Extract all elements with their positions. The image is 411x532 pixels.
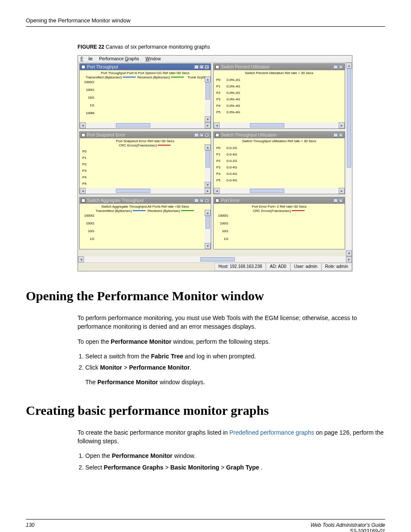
footer-rule	[26, 519, 385, 520]
list-item: P30.0%-4G	[216, 97, 248, 101]
panel-title-bar[interactable]: Port Error _ ▢	[214, 197, 345, 204]
canvas-scrollbar-h[interactable]: ◂ ▸	[78, 256, 352, 262]
scroll-right-icon[interactable]: ▸	[339, 188, 345, 194]
panel-scrollbar-h[interactable]: ◂ ▸	[80, 122, 211, 128]
ytick: 10G	[81, 96, 94, 100]
maximize-icon[interactable]: ▢	[199, 65, 204, 69]
footer-right: Web Tools Administrator's Guide 53-10031…	[311, 522, 385, 532]
chart-body: ▴ ▾ Port Throughput Port=0 Port Speed=2G…	[80, 70, 211, 122]
steps-list: Select a switch from the Fabric Tree and…	[85, 352, 385, 372]
list-item: P4	[82, 175, 93, 179]
scroll-up-icon[interactable]: ▴	[205, 76, 211, 82]
window-icon	[81, 199, 85, 202]
panel-scrollbar-h[interactable]: ◂ ▸	[80, 188, 211, 194]
scroll-left-icon[interactable]: ◂	[214, 188, 220, 194]
close-icon[interactable]: ✕	[205, 199, 209, 202]
maximize-icon[interactable]: ▢	[339, 199, 343, 202]
list-item: Select Performance Graphs > Basic Monito…	[85, 463, 385, 472]
panel-title-bar[interactable]: Switch Percent Utilization _ ▢	[214, 64, 345, 70]
list-item: P20.0-2G	[216, 159, 248, 163]
legend-tx: Transmitted (Bytes/sec)	[86, 75, 122, 79]
panel-port-error: Port Error _ ▢ Port Error Port= 2 Ref ra…	[213, 197, 345, 249]
scroll-down-icon[interactable]: ▾	[205, 116, 211, 122]
panel-scrollbar-v[interactable]: ▴ ▾	[205, 144, 211, 188]
scroll-right-icon[interactable]: ▸	[346, 256, 352, 262]
chart-body: Switch Percent Utilization Ref rate = 30…	[214, 70, 345, 122]
panel-port-throughput: Port Throughput _ ▢ ✕ ▴ ▾ Port Throughpu…	[79, 63, 211, 129]
list-item: P00.0-2G	[216, 146, 248, 150]
ytick: 1G	[81, 237, 94, 241]
panel-title-bar[interactable]: Port Snapshot Error _ ▢ ✕	[80, 132, 211, 138]
panel-title: Port Error	[221, 198, 240, 203]
paragraph: To perform performance monitoring, you m…	[78, 314, 385, 331]
maximize-icon[interactable]: ▢	[339, 133, 343, 137]
close-icon[interactable]: ✕	[205, 133, 209, 137]
minimize-icon[interactable]: _	[333, 199, 338, 202]
minimize-icon[interactable]: _	[194, 65, 199, 69]
minimize-icon[interactable]: _	[333, 133, 338, 137]
y-axis-labels: 1000G 100G 10G 1G	[81, 214, 94, 245]
scroll-left-icon[interactable]: ◂	[214, 122, 220, 128]
panel-title-bar[interactable]: Port Throughput _ ▢ ✕	[80, 64, 211, 70]
legend-crc: CRC Errors(Frames/sec)	[253, 209, 291, 213]
minimize-icon[interactable]: _	[194, 133, 199, 137]
list-item: P30.0-4G	[216, 165, 248, 169]
panel-title: Switch Percent Utilization	[221, 65, 270, 69]
menu-performance-graphs[interactable]: Performance Graphs	[99, 56, 139, 61]
list-item: P2	[82, 162, 93, 166]
menu-window[interactable]: Window	[146, 56, 161, 61]
close-icon[interactable]: ✕	[205, 65, 209, 69]
chart-legend: Switch Throughput Utilization Ref rate =…	[214, 138, 345, 143]
list-item: P10.0-4G	[216, 152, 248, 156]
chart-legend: Port Throughput Port=0 Port Speed=2G Ref…	[80, 70, 211, 79]
scroll-left-icon[interactable]: ◂	[78, 256, 84, 262]
minimize-icon[interactable]: _	[333, 65, 338, 69]
scroll-left-icon[interactable]: ◂	[80, 188, 86, 194]
list-item: P50.0-4G	[216, 178, 248, 182]
window-icon	[215, 133, 219, 137]
minimize-icon[interactable]: _	[194, 199, 199, 202]
page-number: 130	[26, 522, 34, 532]
paragraph: To create the basic performance monitor …	[78, 428, 385, 446]
panel-scrollbar-v[interactable]: ▴ ▾	[205, 210, 211, 249]
list-item: P20.0%-2G	[216, 91, 248, 95]
scroll-up-icon[interactable]: ▴	[205, 144, 211, 150]
maximize-icon[interactable]: ▢	[199, 133, 204, 137]
panel-title-bar[interactable]: Switch Aggregate Throughput _ ▢ ✕	[80, 197, 211, 204]
scroll-right-icon[interactable]: ▸	[205, 188, 211, 194]
ytick: 10G	[81, 230, 94, 233]
ytick: 100G	[81, 88, 94, 92]
list-item: P40.0%-4G	[216, 104, 248, 108]
scroll-down-icon[interactable]: ▾	[205, 243, 211, 249]
panel-scrollbar-v[interactable]: ▴ ▾	[205, 76, 211, 122]
status-role: Role: admin	[321, 263, 352, 271]
scroll-up-icon[interactable]: ▴	[205, 210, 211, 216]
panel-scrollbar-h[interactable]: ◂ ▸	[214, 122, 345, 128]
panel-scrollbar-h[interactable]: ◂ ▸	[214, 188, 345, 194]
graph-canvas: ▴ ▾ Port Throughput _ ▢ ✕ ▴ ▾ Po	[78, 62, 352, 256]
panel-port-snapshot-error: Port Snapshot Error _ ▢ ✕ ▴ ▾ Port Snaps…	[79, 131, 211, 194]
ytick: 1000G	[215, 214, 228, 218]
legend-tx: Transmitted (Bytes/sec)	[96, 209, 132, 213]
panel-title-bar[interactable]: Switch Throughput Utilization _ ▢	[214, 132, 345, 138]
chart-legend: Switch Aggregate Throughput,All Ports Re…	[80, 204, 211, 213]
port-list: P00.0-2G P10.0-4G P20.0-2G P30.0-4G P40.…	[216, 146, 248, 185]
menu-file[interactable]: File	[81, 56, 93, 61]
paragraph: To open the Performance Monitor window, …	[78, 337, 385, 346]
maximize-icon[interactable]: ▢	[339, 65, 343, 69]
canvas-scrollbar-v[interactable]: ▴ ▾	[346, 62, 352, 256]
scroll-up-icon[interactable]: ▴	[346, 62, 352, 68]
link-predefined-graphs[interactable]: Predefined performance graphs	[230, 429, 314, 436]
ytick: 1000G	[81, 81, 94, 84]
section-open-body: To perform performance monitoring, you m…	[78, 314, 385, 387]
status-host: Host: 192.168.163.238	[215, 263, 266, 271]
scroll-down-icon[interactable]: ▾	[346, 250, 352, 256]
scroll-down-icon[interactable]: ▾	[205, 182, 211, 188]
scroll-left-icon[interactable]: ◂	[80, 122, 86, 128]
list-item: P3	[82, 169, 93, 173]
maximize-icon[interactable]: ▢	[199, 199, 204, 202]
status-bar: Host: 192.168.163.238 AD: AD0 User: admi…	[78, 262, 352, 271]
panel-title: Switch Aggregate Throughput	[87, 198, 144, 203]
scroll-right-icon[interactable]: ▸	[339, 122, 345, 128]
scroll-right-icon[interactable]: ▸	[205, 122, 211, 128]
